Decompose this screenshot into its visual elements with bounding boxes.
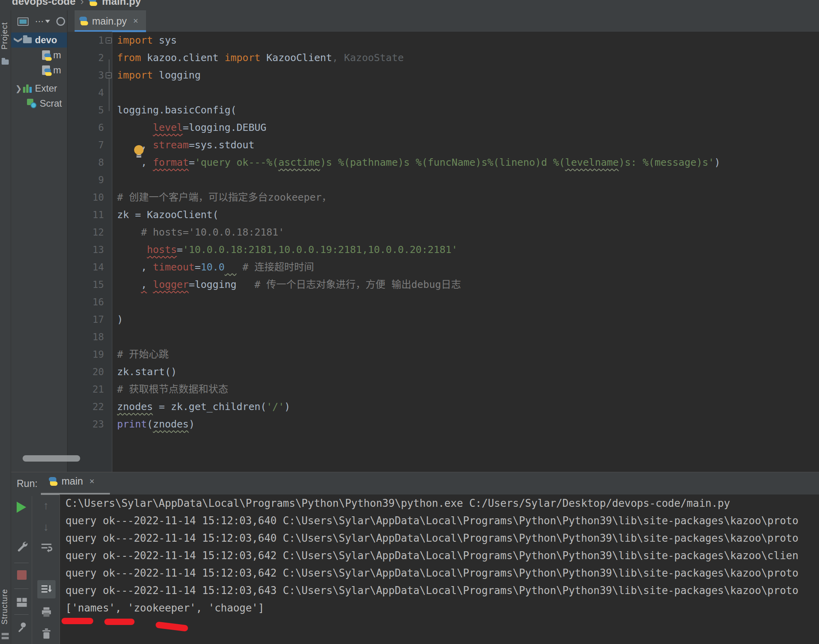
line-number: 11 (67, 206, 104, 224)
tab-main-py[interactable]: main.py × (75, 10, 146, 32)
code-line: , logger=logging # 传一个日志对象进行，方便 输出debug日… (117, 276, 819, 293)
python-file-icon (42, 65, 50, 75)
code-line: # 创建一个客户端，可以指定多台zookeeper， (117, 189, 819, 206)
tree-item-python-file[interactable]: m (11, 48, 67, 63)
code-line: hosts='10.0.0.18:2181,10.0.0.19:2181,10.… (117, 241, 819, 259)
tree-item-python-file[interactable]: m (11, 63, 67, 78)
line-number: 3 (67, 67, 104, 84)
chevron-expanded-icon[interactable]: ❯ (14, 36, 23, 44)
horizontal-scrollbar-thumb[interactable] (23, 455, 80, 462)
settings-wrench-icon[interactable] (16, 540, 28, 552)
tree-item-project-root[interactable]: ❯ devo (11, 33, 67, 48)
toolbar-divider (14, 588, 29, 589)
pin-icon[interactable] (16, 621, 28, 633)
line-number: 12 (67, 224, 104, 241)
fold-region-line (109, 59, 110, 111)
restore-layout-icon[interactable] (16, 596, 28, 608)
python-file-icon (79, 17, 88, 25)
close-icon[interactable]: × (89, 476, 94, 487)
structure-toolwindow-button[interactable]: Structure (0, 577, 11, 636)
python-file-icon (88, 0, 97, 6)
external-libraries-icon (23, 84, 32, 93)
line-number: 9 (67, 171, 104, 189)
run-label: Run: (17, 478, 38, 489)
line-number: 15 (67, 276, 104, 293)
fold-collapse-icon[interactable]: − (106, 37, 112, 44)
run-panel-header: Run: main × (11, 472, 819, 496)
code-line: from kazoo.client import KazooClient, Ka… (117, 49, 819, 67)
up-stack-trace-icon[interactable]: ↑ (32, 499, 60, 512)
tree-item-label: m (53, 50, 61, 61)
code-line: , format='query ok---%(asctime)s %(pathn… (117, 154, 819, 171)
red-underline-annotation (62, 618, 93, 624)
line-number: 14 (67, 259, 104, 276)
run-tab-label: main (62, 475, 83, 487)
line-number: 17 (67, 311, 104, 328)
project-toolwindow-button[interactable]: Project (0, 12, 11, 59)
chevron-collapsed-icon[interactable]: ❯ (14, 84, 23, 93)
line-number: 4 (67, 84, 104, 102)
run-toolbar-main (11, 496, 32, 644)
line-number: 22 (67, 398, 104, 416)
tree-item-label: devo (35, 34, 57, 46)
console-line: query ok---2022-11-14 15:12:03,643 C:\Us… (65, 582, 819, 599)
line-number: 5 (67, 102, 104, 119)
line-number: 10 (67, 189, 104, 206)
ide-window: devops-code › main.py Project Structure … (0, 0, 819, 644)
rerun-button[interactable] (17, 502, 26, 513)
editor-area[interactable]: main.py × 123456789101112131415161718192… (67, 10, 819, 472)
tree-item-external-libraries[interactable]: ❯ Exter (11, 81, 67, 96)
gutter-separator (112, 32, 112, 472)
code-line: zk = KazooClient( (117, 206, 819, 224)
python-file-icon (49, 477, 58, 486)
toolbar-divider (14, 614, 29, 615)
line-number: 1 (67, 32, 104, 49)
run-console[interactable]: C:\Users\Sylar\AppData\Local\Programs\Py… (60, 494, 819, 644)
code-line: , timeout=10.0 # 连接超时时间 (117, 259, 819, 276)
settings-gear-icon[interactable] (56, 17, 65, 26)
print-icon[interactable] (40, 606, 52, 618)
folder-icon (2, 59, 9, 65)
structure-icon (2, 633, 9, 639)
console-line: query ok---2022-11-14 15:12:03,640 C:\Us… (65, 512, 819, 529)
console-line: query ok---2022-11-14 15:12:03,640 C:\Us… (65, 529, 819, 547)
tab-label: main.py (92, 15, 127, 27)
stop-button[interactable] (17, 570, 27, 580)
code-line: zk.start() (117, 363, 819, 381)
code-line: print(znodes) (117, 416, 819, 433)
toolbar-divider (14, 563, 29, 563)
console-line: ['names', 'zookeeper', 'chaoge'] (65, 599, 819, 617)
code-line (117, 171, 819, 189)
line-number: 13 (67, 241, 104, 259)
tree-item-label: Scrat (40, 98, 62, 109)
line-number: 21 (67, 381, 104, 398)
soft-wrap-icon[interactable] (40, 542, 52, 554)
console-output: C:\Users\Sylar\AppData\Local\Programs\Py… (65, 494, 819, 617)
line-number: 8 (67, 154, 104, 171)
code-line: # hosts='10.0.0.18:2181' (117, 224, 819, 241)
project-view-icon[interactable] (17, 17, 29, 26)
run-toolbar-console: ↑ ↓ (32, 496, 60, 644)
close-icon[interactable]: × (133, 16, 138, 26)
trash-icon[interactable] (40, 628, 52, 640)
project-panel-header: ⋯ (11, 13, 67, 29)
code-line: , stream=sys.stdout (117, 136, 819, 154)
tool-window-stripe: Project Structure (0, 0, 11, 644)
tree-item-scratches[interactable]: Scrat (11, 96, 67, 111)
project-options-button[interactable]: ⋯ (35, 16, 50, 27)
line-number: 6 (67, 119, 104, 136)
code-line (117, 84, 819, 102)
code-line (117, 328, 819, 346)
fold-collapse-icon[interactable]: − (106, 72, 112, 79)
run-tab-main[interactable]: main × (49, 475, 94, 487)
breadcrumb-project[interactable]: devops-code (12, 0, 75, 8)
code-line: # 开始心跳 (117, 346, 819, 363)
down-stack-trace-icon[interactable]: ↓ (32, 521, 60, 533)
line-number: 19 (67, 346, 104, 363)
code-line: ) (117, 311, 819, 328)
code-editor-text[interactable]: import sysfrom kazoo.client import Kazoo… (117, 32, 819, 472)
tree-item-label: m (53, 65, 61, 76)
breadcrumb-file[interactable]: main.py (102, 0, 141, 8)
scroll-to-end-icon[interactable] (40, 583, 52, 595)
console-line: C:\Users\Sylar\AppData\Local\Programs\Py… (65, 494, 819, 512)
